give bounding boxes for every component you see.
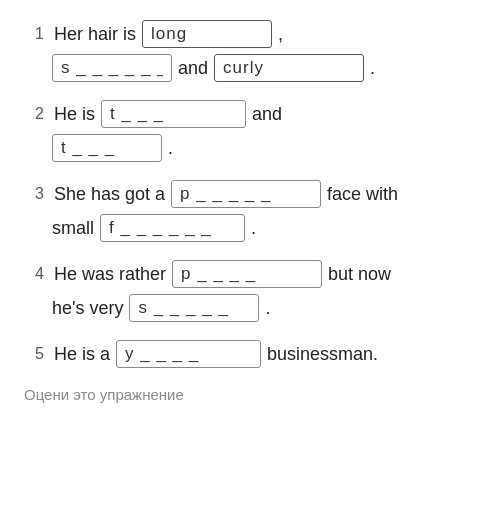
sentence-block-4: 4He was ratherbut nowhe's very.	[24, 260, 476, 322]
sentence-number-2: 2	[24, 105, 44, 123]
input-3b[interactable]	[100, 214, 245, 242]
input-4a[interactable]	[172, 260, 322, 288]
sentence-block-5: 5He is abusinessman.	[24, 340, 476, 368]
sentence-block-3: 3She has got aface withsmall.	[24, 180, 476, 242]
input-2b[interactable]	[52, 134, 162, 162]
sentence-line-4-0: 4He was ratherbut now	[24, 260, 476, 288]
text-segment: He is a	[54, 344, 110, 365]
punctuation: .	[168, 138, 173, 159]
sentence-line-2-0: 2He isand	[24, 100, 476, 128]
text-segment: face with	[327, 184, 398, 205]
input-3a[interactable]	[171, 180, 321, 208]
text-segment: and	[252, 104, 282, 125]
sentence-line-2-1: .	[24, 134, 476, 162]
input-1b[interactable]	[52, 54, 172, 82]
text-segment: businessman.	[267, 344, 378, 365]
input-1c[interactable]	[214, 54, 364, 82]
text-segment: Her hair is	[54, 24, 136, 45]
sentence-number-1: 1	[24, 25, 44, 43]
sentence-line-1-1: and.	[24, 54, 476, 82]
sentence-number-4: 4	[24, 265, 44, 283]
text-segment: he's very	[52, 298, 123, 319]
sentence-number-3: 3	[24, 185, 44, 203]
sentence-line-3-0: 3She has got aface with	[24, 180, 476, 208]
input-4b[interactable]	[129, 294, 259, 322]
text-segment: but now	[328, 264, 391, 285]
sentence-line-3-1: small.	[24, 214, 476, 242]
punctuation: .	[370, 58, 375, 79]
punctuation: .	[265, 298, 270, 319]
text-segment: small	[52, 218, 94, 239]
exercise-container: 1Her hair is,and.2He isand.3She has got …	[24, 20, 476, 368]
rate-label[interactable]: Оцени это упражнение	[24, 386, 476, 403]
text-segment: She has got a	[54, 184, 165, 205]
punctuation: ,	[278, 24, 283, 45]
sentence-number-5: 5	[24, 345, 44, 363]
text-segment: He is	[54, 104, 95, 125]
sentence-block-1: 1Her hair is,and.	[24, 20, 476, 82]
input-1a[interactable]	[142, 20, 272, 48]
text-segment: He was rather	[54, 264, 166, 285]
punctuation: .	[251, 218, 256, 239]
sentence-block-2: 2He isand.	[24, 100, 476, 162]
sentence-line-5-0: 5He is abusinessman.	[24, 340, 476, 368]
text-segment: and	[178, 58, 208, 79]
input-2a[interactable]	[101, 100, 246, 128]
sentence-line-4-1: he's very.	[24, 294, 476, 322]
sentence-line-1-0: 1Her hair is,	[24, 20, 476, 48]
input-5a[interactable]	[116, 340, 261, 368]
